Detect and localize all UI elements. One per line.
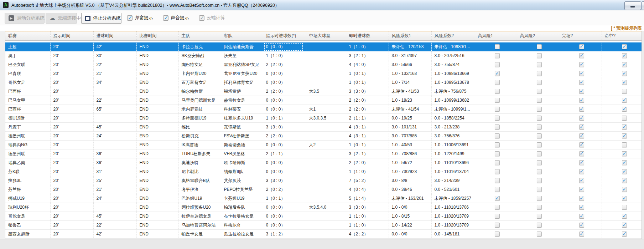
grid-checkbox-hr2[interactable]: [537, 89, 542, 94]
grid-checkbox-hit[interactable]: [622, 160, 627, 165]
grid-checkbox-hr2[interactable]: [537, 142, 542, 147]
column-header-4[interactable]: 主队: [178, 31, 221, 41]
grid-checkbox-hr1[interactable]: [495, 44, 500, 49]
grid-checkbox-hit[interactable]: [622, 214, 627, 219]
grid-checkbox-hr1[interactable]: [495, 71, 500, 76]
grid-checkbox-hr1[interactable]: [495, 80, 500, 85]
table-row[interactable]: 德U19附20'END多特蒙德U19杜塞尔多夫U191（0 : 1）大3.0,3…: [5, 114, 644, 123]
grid-checkbox-hit[interactable]: [622, 71, 627, 76]
grid-checkbox-hr2[interactable]: [537, 53, 542, 58]
grid-checkbox-hr1[interactable]: [495, 169, 500, 174]
grid-checkbox-hr2[interactable]: [537, 151, 542, 156]
grid-checkbox-hr1[interactable]: [495, 53, 500, 58]
column-header-9[interactable]: 风险系数1: [389, 31, 431, 41]
column-header-1[interactable]: 提示时间: [50, 31, 93, 41]
grid-checkbox-finished[interactable]: [579, 98, 584, 103]
grid-checkbox-finished[interactable]: [579, 196, 584, 201]
grid-checkbox-finished[interactable]: [579, 178, 584, 183]
grid-checkbox-hit[interactable]: [622, 151, 627, 156]
grid-checkbox-hr2[interactable]: [537, 178, 542, 183]
grid-checkbox-hr2[interactable]: [537, 205, 542, 210]
grid-checkbox-hit[interactable]: [622, 62, 627, 67]
table-row[interactable]: 巴西杯20'65'END米内罗竞技科林蒂安0（0 : 0）大12（2 : 0）未…: [5, 105, 644, 114]
grid-checkbox-hit[interactable]: [622, 53, 627, 58]
grid-checkbox-finished[interactable]: [579, 116, 584, 121]
grid-checkbox-hr2[interactable]: [537, 187, 542, 192]
grid-checkbox-hr1[interactable]: [495, 98, 500, 103]
grid-checkbox-hr1[interactable]: [495, 214, 500, 219]
grid-checkbox-hit[interactable]: [622, 178, 627, 183]
column-header-8[interactable]: 即时进球数: [346, 31, 389, 41]
grid-checkbox-hit[interactable]: [622, 223, 627, 228]
grid-checkbox-hr2[interactable]: [537, 196, 542, 201]
grid-checkbox-hr2[interactable]: [537, 124, 542, 129]
column-header-7[interactable]: 中场大球盘: [306, 31, 346, 41]
grid-checkbox-hr2[interactable]: [537, 223, 542, 228]
grid-checkbox-hit[interactable]: [622, 169, 627, 174]
grid-checkbox-finished[interactable]: [579, 80, 584, 85]
column-header-14[interactable]: 命中?: [602, 31, 644, 41]
grid-checkbox-hr1[interactable]: [495, 178, 500, 183]
column-header-3[interactable]: 比赛时间: [136, 31, 178, 41]
table-row[interactable]: 德堡州联20'24'END松斯贝克FSV杜伊斯堡2（2 : 0）4（3 : 1）…: [5, 132, 644, 141]
grid-checkbox-hit[interactable]: [622, 44, 627, 49]
table-row[interactable]: 巴马女甲20'22'END马里奥门德斯女足赫雷拉女足0（0 : 0）2（2 : …: [5, 96, 644, 105]
grid-checkbox-hit[interactable]: [622, 98, 627, 103]
grid-checkbox-hit[interactable]: [622, 107, 627, 112]
grid-checkbox-hr1[interactable]: [495, 142, 500, 147]
table-row[interactable]: 哥伦女足20'34'END百万富翁女足托利马体育女足0（0 : 0）1（0 : …: [5, 78, 644, 87]
grid-checkbox-finished[interactable]: [579, 71, 584, 76]
grid-checkbox-hr2[interactable]: [537, 62, 542, 67]
grid-checkbox-hr2[interactable]: [537, 107, 542, 112]
grid-checkbox-hr1[interactable]: [495, 160, 500, 165]
grid-checkbox-hr1[interactable]: [495, 196, 500, 201]
table-row[interactable]: 瑞典乙南20'36'END奥迪沃特欧卡哈姆斯0（0 : 0）2（2 : 0）1.…: [5, 158, 644, 167]
grid-checkbox-hr2[interactable]: [537, 116, 542, 121]
grid-checkbox-finished[interactable]: [579, 53, 584, 58]
grid-checkbox-hr1[interactable]: [495, 116, 500, 121]
grid-checkbox-hit[interactable]: [622, 124, 627, 129]
grid-checkbox-hr2[interactable]: [537, 169, 542, 174]
column-header-11[interactable]: 高风险1: [475, 31, 517, 41]
column-header-5[interactable]: 客队: [221, 31, 263, 41]
grid-checkbox-finished[interactable]: [579, 62, 584, 67]
grid-checkbox-finished[interactable]: [579, 89, 584, 94]
grid-checkbox-hr1[interactable]: [495, 124, 500, 129]
toolbar-option-1[interactable]: 声音提示: [163, 15, 189, 21]
grid-checkbox-hr1[interactable]: [495, 223, 500, 228]
stop-analysis-button[interactable]: 停止分析系统: [81, 13, 121, 24]
column-header-13[interactable]: 完场?: [559, 31, 602, 41]
grid-checkbox-hr1[interactable]: [495, 232, 500, 237]
grid-checkbox-hr2[interactable]: [537, 232, 542, 237]
grid-checkbox-hit[interactable]: [622, 133, 627, 138]
grid-checkbox-hit[interactable]: [622, 116, 627, 121]
table-row[interactable]: 丹麦丁20'45'END维比瓦谭斯波3（3 : 0）4（3 : 1）3.0 - …: [5, 123, 644, 132]
table-row[interactable]: 巴圣女联20'22'END陶巴特女足雷亚利达德SP女足2（2 : 0）4（4 :…: [5, 60, 644, 69]
grid-checkbox-finished[interactable]: [579, 151, 584, 156]
table-row[interactable]: 奥丁20'30'ENDSK圣安德烈沃夫堡1（1 : 0）3（2 : 1）3.0 …: [5, 51, 644, 60]
grid-checkbox-hit[interactable]: [622, 89, 627, 94]
column-header-0[interactable]: 联赛: [5, 31, 50, 41]
grid-checkbox-finished[interactable]: [579, 44, 584, 49]
table-row[interactable]: 芬兰杯20'21'END考平伊洛PEPO拉宾兰塔2（0 : 2）4（0 : 4）…: [5, 185, 644, 194]
grid-checkbox-hr2[interactable]: [537, 71, 542, 76]
toolbar-checkbox-2[interactable]: [199, 15, 204, 21]
grid-checkbox-finished[interactable]: [579, 232, 584, 237]
table-row[interactable]: 拉脱3L20'25'END奥格雷联合B队艾尔贝茨3（3 : 0）7（5 : 2）…: [5, 176, 644, 185]
toolbar-option-2[interactable]: 云端计算: [199, 15, 225, 21]
grid-checkbox-hr1[interactable]: [495, 187, 500, 192]
grid-checkbox-hit[interactable]: [622, 232, 627, 237]
grid-checkbox-hr1[interactable]: [495, 107, 500, 112]
grid-checkbox-hr2[interactable]: [537, 44, 542, 49]
grid-checkbox-hit[interactable]: [622, 142, 627, 147]
grid-checkbox-hit[interactable]: [622, 80, 627, 85]
toolbar-option-0[interactable]: 弹窗提示: [127, 15, 153, 21]
table-row[interactable]: 巴西杯20'END帕尔梅拉斯福塔雷萨2（2 : 0）大3.53（3 : 0）未评…: [5, 87, 644, 96]
grid-checkbox-finished[interactable]: [579, 223, 584, 228]
grid-checkbox-hit[interactable]: [622, 187, 627, 192]
table-row[interactable]: 秘鲁乙20'22'END乌加特普诺阿尔法科梅尔奇0（0 : 0）1（1 : 0）…: [5, 221, 644, 230]
table-row[interactable]: 玻利U20杯20'END阿拉维预备U20帕瑞后备队0（0 : 0）大3.5,4.…: [5, 203, 644, 212]
column-header-12[interactable]: 高风险2: [517, 31, 559, 41]
vertical-scrollbar[interactable]: [642, 31, 644, 239]
table-row[interactable]: 德堡州联20'36'ENDTURU杜斯多夫VFB汉堡格2（1 : 1）3（2 :…: [5, 149, 644, 158]
